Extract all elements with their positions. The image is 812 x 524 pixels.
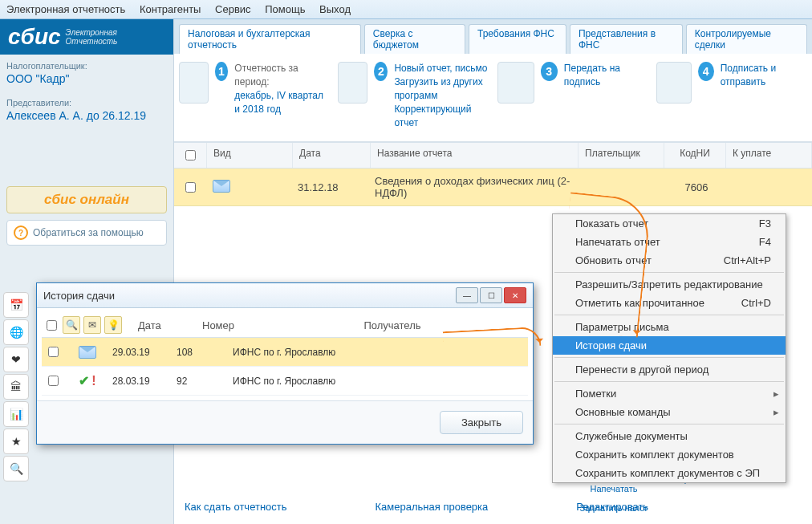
mail-icon[interactable]: ✉ bbox=[83, 316, 101, 334]
howto-link[interactable]: Как сдать отчетность bbox=[185, 501, 287, 513]
search-icon[interactable]: 🔍 bbox=[63, 316, 80, 334]
kameral-link[interactable]: Камеральная проверка bbox=[376, 501, 489, 513]
row-num: 108 bbox=[177, 347, 233, 358]
step2-image bbox=[338, 62, 367, 104]
step-3: 3 Передать на подпись bbox=[497, 62, 648, 130]
ctx-история-сдачи[interactable]: История сдачи bbox=[553, 336, 786, 355]
menu-item[interactable]: Электронная отчетность bbox=[6, 3, 125, 15]
globe-icon[interactable]: 🌐 bbox=[3, 319, 29, 345]
row-checkbox[interactable] bbox=[48, 347, 59, 357]
rosstat-icon[interactable]: 📊 bbox=[3, 401, 29, 427]
rep-link[interactable]: Алексеев А. А. до 26.12.19 bbox=[6, 109, 167, 122]
col-name[interactable]: Название отчета bbox=[371, 143, 579, 168]
help-icon: ? bbox=[14, 225, 28, 240]
menu-item[interactable]: Сервис bbox=[215, 3, 251, 15]
step-2: 2 Новый отчет, письмо Загрузить из други… bbox=[338, 62, 489, 130]
col-date[interactable]: Дата bbox=[293, 143, 371, 168]
step1-image bbox=[179, 62, 209, 104]
row-name: Сведения о доходах физических лиц (2-НДФ… bbox=[368, 169, 581, 205]
dialog-titlebar[interactable]: История сдачи — ☐ ✕ bbox=[37, 283, 533, 308]
row-date: 28.03.19 bbox=[112, 376, 177, 387]
alert-icon: ! bbox=[91, 374, 95, 388]
step3-image bbox=[497, 62, 534, 104]
bulb-icon[interactable]: 💡 bbox=[104, 316, 122, 334]
ctx-основные-команды[interactable]: Основные команды bbox=[553, 403, 786, 421]
tabs: Налоговая и бухгалтерская отчетность Све… bbox=[174, 19, 812, 54]
search-icon[interactable]: 🔍 bbox=[3, 456, 29, 481]
menu-item[interactable]: Контрагенты bbox=[140, 3, 201, 15]
step4-image bbox=[656, 62, 692, 104]
history-row[interactable]: ✔!28.03.1992ИФНС по г. Ярославлю bbox=[42, 367, 528, 396]
sidebar: сбис ЭлектроннаяОтчетность Налогоплатель… bbox=[0, 19, 174, 524]
logo-brand: сбис bbox=[8, 24, 61, 50]
tab-treb[interactable]: Требования ФНС bbox=[469, 24, 566, 54]
ctx-пометки[interactable]: Пометки bbox=[553, 384, 786, 403]
ctx-служебные-документы[interactable]: Служебные документы bbox=[553, 427, 786, 445]
sign-send-link[interactable]: Подписать и отправить bbox=[721, 63, 776, 87]
dialog-title: История сдачи bbox=[43, 290, 115, 302]
tab-tax[interactable]: Налоговая и бухгалтерская отчетность bbox=[179, 24, 361, 54]
row-num: 92 bbox=[177, 376, 233, 387]
row-checkbox[interactable] bbox=[185, 182, 196, 193]
row-checkbox[interactable] bbox=[48, 376, 59, 386]
ctx-сохранить-комплект-документов[interactable]: Сохранить комплект документов bbox=[553, 445, 786, 464]
period-link[interactable]: декабрь, IV квартал и 2018 год bbox=[234, 90, 323, 115]
envelope-icon bbox=[213, 180, 230, 193]
step3-num: 3 bbox=[541, 62, 558, 81]
logo: сбис ЭлектроннаяОтчетность bbox=[0, 19, 173, 55]
pfr-icon[interactable]: ❤ bbox=[3, 347, 29, 372]
envelope-icon bbox=[79, 346, 96, 359]
step1-label: Отчетность за период: bbox=[234, 62, 330, 89]
fss-icon[interactable]: 🏛 bbox=[3, 374, 29, 400]
menu-item[interactable]: Выход bbox=[319, 3, 351, 15]
logo-sub: ЭлектроннаяОтчетность bbox=[66, 28, 118, 46]
row-date: 29.03.19 bbox=[112, 347, 177, 358]
h-num[interactable]: Номер bbox=[202, 319, 258, 331]
row-code: 7606 bbox=[666, 175, 727, 200]
col-payer[interactable]: Плательщик bbox=[579, 143, 664, 168]
sbis-online-button[interactable]: сбис онлайн bbox=[6, 186, 167, 213]
history-dialog: История сдачи — ☐ ✕ 🔍 ✉ 💡 Дата Номер Пол… bbox=[36, 282, 534, 445]
grid-header: Вид Дата Название отчета Плательщик КодН… bbox=[174, 142, 812, 169]
table-row[interactable]: 31.12.18 Сведения о доходах физических л… bbox=[174, 169, 812, 206]
dialog-select-all[interactable] bbox=[47, 320, 57, 331]
step-4: 4 Подписать и отправить bbox=[656, 62, 807, 130]
arrow-annotation bbox=[556, 192, 652, 338]
menubar: Электронная отчетность Контрагенты Серви… bbox=[0, 0, 812, 19]
ctx-перенести-в-другой-период[interactable]: Перенести в другой период bbox=[553, 360, 786, 379]
side-icons: 📅 🌐 ❤ 🏛 📊 ★ 🔍 bbox=[3, 292, 29, 481]
menu-item[interactable]: Помощь bbox=[265, 3, 305, 15]
load-other-link[interactable]: Загрузить из других программ bbox=[394, 76, 482, 101]
col-vid[interactable]: Вид bbox=[207, 143, 293, 168]
tab-sverka[interactable]: Сверка с бюджетом bbox=[364, 24, 465, 54]
misc-icon[interactable]: ★ bbox=[3, 429, 29, 454]
minimize-button[interactable]: — bbox=[456, 287, 478, 303]
step4-num: 4 bbox=[698, 62, 714, 81]
close-dialog-button[interactable]: Закрыть bbox=[440, 411, 523, 434]
step1-num: 1 bbox=[215, 62, 229, 81]
close-button[interactable]: ✕ bbox=[504, 287, 526, 303]
maximize-button[interactable]: ☐ bbox=[480, 287, 502, 303]
tab-pred[interactable]: Представления в ФНС bbox=[570, 24, 683, 54]
correction-link[interactable]: Корректирующий отчет bbox=[394, 104, 471, 128]
ctx-сохранить-комплект-документов-с-эп[interactable]: Сохранить комплект документов с ЭП bbox=[553, 464, 786, 482]
h-date[interactable]: Дата bbox=[138, 319, 202, 331]
check-icon: ✔ bbox=[79, 373, 89, 388]
calendar-icon[interactable]: 📅 bbox=[3, 292, 29, 318]
row-recipient: ИФНС по г. Ярославлю bbox=[233, 376, 526, 387]
col-sum[interactable]: К уплате bbox=[726, 143, 812, 168]
col-code[interactable]: КодНИ bbox=[664, 143, 726, 168]
row-sum bbox=[727, 181, 812, 193]
step-1: 1 Отчетность за период: декабрь, IV квар… bbox=[179, 62, 330, 130]
steps: 1 Отчетность за период: декабрь, IV квар… bbox=[174, 54, 812, 142]
help-button[interactable]: ?Обратиться за помощью bbox=[6, 220, 167, 246]
payer-link[interactable]: ООО "Кадр" bbox=[6, 72, 167, 85]
select-all-checkbox[interactable] bbox=[185, 150, 196, 160]
send-sign-link[interactable]: Передать на подпись bbox=[564, 63, 620, 87]
tab-ks[interactable]: Контролируемые сделки bbox=[686, 24, 807, 54]
rep-label: Представители: bbox=[6, 98, 167, 108]
new-report-link[interactable]: Новый отчет, письмо bbox=[394, 63, 487, 74]
step2-num: 2 bbox=[374, 62, 388, 81]
payer-label: Налогоплательщик: bbox=[6, 61, 167, 71]
row-date: 31.12.18 bbox=[291, 175, 368, 200]
